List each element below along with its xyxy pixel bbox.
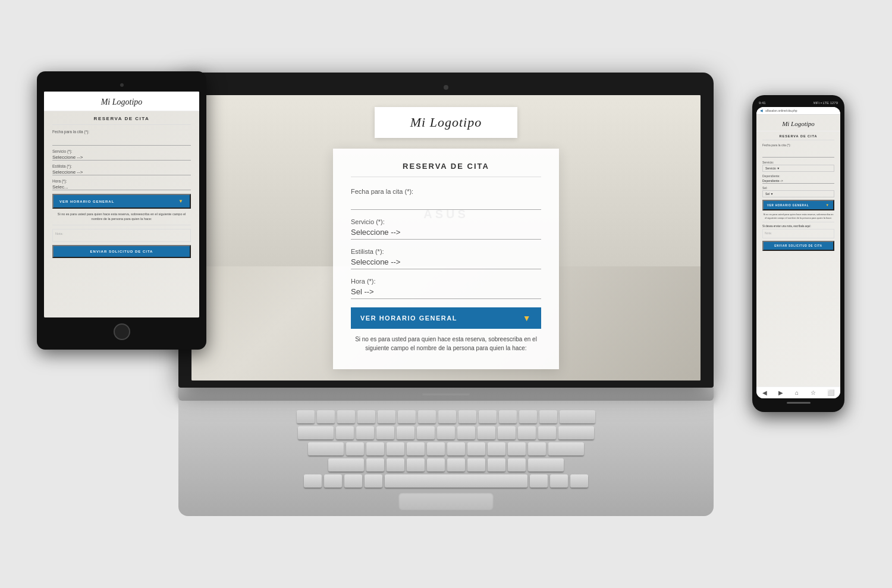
- key[interactable]: [458, 410, 476, 423]
- key-menu[interactable]: [550, 474, 568, 488]
- phone-note-textarea[interactable]: Nota:: [762, 229, 834, 238]
- tablet-submit-label: ENVIAR SOLICITUD DE CITA: [90, 250, 153, 253]
- laptop-estilista-value[interactable]: Seleccione -->: [351, 257, 400, 266]
- key-backspace[interactable]: [560, 410, 595, 423]
- key[interactable]: [387, 442, 404, 455]
- key[interactable]: [346, 442, 364, 455]
- key[interactable]: [488, 458, 505, 471]
- tablet-submit-button[interactable]: ENVIAR SOLICITUD DE CITA: [52, 245, 191, 258]
- tablet-estilista-value[interactable]: Seleccione -->: [52, 169, 83, 175]
- phone-home-icon[interactable]: ⌂: [795, 389, 799, 396]
- tablet-schedule-arrow: ▼: [178, 199, 184, 204]
- key[interactable]: [478, 426, 495, 439]
- key-shift-right[interactable]: [528, 458, 564, 471]
- key-alt-right[interactable]: [530, 474, 548, 488]
- laptop-schedule-button[interactable]: VER HORARIO GENERAL ▼: [351, 307, 541, 329]
- key-fn[interactable]: [324, 474, 342, 488]
- tablet: Mi Logotipo RESERVA DE CITA Fecha para l…: [37, 71, 206, 350]
- key[interactable]: [488, 442, 505, 455]
- tablet-home-button[interactable]: [114, 323, 130, 340]
- key[interactable]: [499, 410, 517, 423]
- phone-dependiente-value[interactable]: Dependiente-->: [762, 179, 783, 183]
- phone-outer: 9:41 WiFi ▪ LTE 1279 ◀ alfasalon.online/…: [752, 95, 844, 412]
- tablet-schedule-button[interactable]: VER HORARIO GENERAL ▼: [52, 194, 191, 209]
- trackpad[interactable]: [398, 492, 494, 510]
- key[interactable]: [337, 410, 355, 423]
- key[interactable]: [447, 442, 465, 455]
- key[interactable]: [417, 426, 435, 439]
- phone-forward-icon[interactable]: ▶: [778, 389, 783, 396]
- key[interactable]: [398, 410, 416, 423]
- laptop-fecha-input[interactable]: [351, 197, 541, 210]
- tablet-fecha-field: Fecha para la cita (*):: [52, 130, 191, 146]
- key-space[interactable]: [385, 474, 527, 488]
- laptop-servicio-value[interactable]: Seleccione -->: [351, 228, 400, 237]
- key[interactable]: [438, 410, 456, 423]
- tablet-fecha-input[interactable]: [52, 139, 191, 146]
- key[interactable]: [447, 458, 465, 471]
- key-enter[interactable]: [558, 426, 594, 439]
- key[interactable]: [479, 410, 497, 423]
- key[interactable]: [538, 426, 556, 439]
- key[interactable]: [407, 458, 425, 471]
- tablet-estilista-label: Estilista (*):: [52, 164, 191, 168]
- laptop-fecha-field: Fecha para la cita (*):: [351, 188, 541, 210]
- key[interactable]: [427, 458, 445, 471]
- key[interactable]: [378, 410, 395, 423]
- key-alt[interactable]: [365, 474, 382, 488]
- key[interactable]: [519, 410, 537, 423]
- key[interactable]: [366, 442, 384, 455]
- phone-submit-button[interactable]: ENVIAR SOLICITUD DE CITA: [762, 241, 834, 251]
- key[interactable]: [407, 442, 425, 455]
- key-enter2[interactable]: [548, 442, 584, 455]
- laptop-form-card: RESERVA DE CITA Fecha para la cita (*): …: [333, 149, 559, 369]
- key[interactable]: [418, 410, 436, 423]
- key[interactable]: [297, 410, 315, 423]
- tablet-hora-value[interactable]: Selec...: [52, 184, 68, 190]
- key[interactable]: [387, 458, 404, 471]
- key[interactable]: [457, 426, 475, 439]
- key-shift-left[interactable]: [328, 458, 364, 471]
- key[interactable]: [437, 426, 455, 439]
- tablet-servicio-value[interactable]: Seleccione -->: [52, 155, 83, 160]
- tablet-servicio-field: Servicio (*): Seleccione -->: [52, 149, 191, 161]
- phone-schedule-label: VER HORARIO GENERAL: [767, 204, 809, 207]
- key[interactable]: [317, 410, 335, 423]
- key[interactable]: [356, 426, 374, 439]
- phone-schedule-arrow: ▼: [825, 203, 830, 207]
- phone-fecha-input[interactable]: [762, 152, 834, 158]
- key[interactable]: [467, 458, 485, 471]
- phone-back-icon[interactable]: ◀: [762, 389, 767, 396]
- key[interactable]: [366, 458, 384, 471]
- phone-servicio-value[interactable]: Servicio ▼: [765, 166, 780, 170]
- laptop-servicio-label: Servicio (*):: [351, 218, 541, 225]
- phone-bookmark-icon[interactable]: ☆: [811, 389, 816, 396]
- phone-schedule-button[interactable]: VER HORARIO GENERAL ▼: [762, 200, 834, 210]
- key[interactable]: [397, 426, 414, 439]
- key-caps[interactable]: [308, 442, 344, 455]
- tablet-hora-field: Hora (*): Selec...: [52, 179, 191, 190]
- key-ctrl-right[interactable]: [570, 474, 588, 488]
- key[interactable]: [376, 426, 394, 439]
- key[interactable]: [467, 442, 485, 455]
- key[interactable]: [518, 426, 536, 439]
- key-tab[interactable]: [298, 426, 334, 439]
- phone-screen: ◀ alfasalon.online/cita.php Mi Logotipo …: [756, 107, 840, 398]
- laptop-hora-value[interactable]: Sel -->: [351, 287, 374, 296]
- tablet-note-area[interactable]: Nota:: [52, 229, 191, 242]
- key[interactable]: [508, 458, 526, 471]
- laptop-logo-text: Mi Logotipo: [410, 115, 482, 130]
- phone-tabs-icon[interactable]: ⬜: [827, 389, 834, 396]
- key[interactable]: [427, 442, 445, 455]
- key[interactable]: [539, 410, 557, 423]
- key[interactable]: [498, 426, 516, 439]
- phone-hora-value[interactable]: Sel ▼: [765, 192, 774, 196]
- key[interactable]: [508, 442, 526, 455]
- laptop-camera-bar: [191, 83, 701, 92]
- key-win[interactable]: [344, 474, 362, 488]
- key[interactable]: [357, 410, 375, 423]
- key[interactable]: [528, 442, 546, 455]
- phone-nav-back[interactable]: ◀: [760, 109, 763, 112]
- key-ctrl[interactable]: [304, 474, 322, 488]
- key[interactable]: [336, 426, 354, 439]
